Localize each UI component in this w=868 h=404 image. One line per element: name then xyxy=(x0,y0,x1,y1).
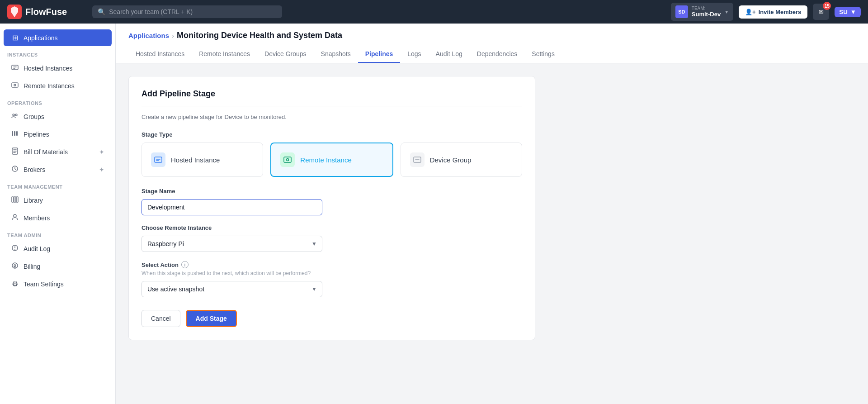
sidebar-item-members[interactable]: Members xyxy=(4,209,112,227)
notifications-button[interactable]: ✉ 15 xyxy=(813,4,829,20)
sidebar-item-audit-log[interactable]: Audit Log xyxy=(4,240,112,257)
search-icon: 🔍 xyxy=(98,8,105,15)
breadcrumb-separator: › xyxy=(172,32,174,39)
hosted-instances-icon xyxy=(11,64,19,73)
cancel-button[interactable]: Cancel xyxy=(142,310,180,327)
sidebar-item-bill-of-materials[interactable]: Bill Of Materials ✦ xyxy=(4,143,112,161)
action-select-wrap: Use active snapshot ▼ xyxy=(142,281,322,297)
brokers-sparkle-icon: ✦ xyxy=(99,166,104,173)
page-header: Applications › Monitoring Device Health … xyxy=(116,24,868,63)
sidebar-item-brokers[interactable]: Brokers ✦ xyxy=(4,161,112,178)
members-icon xyxy=(11,214,19,223)
remote-instances-icon xyxy=(11,81,19,90)
chevron-down-icon: ▼ xyxy=(724,10,729,14)
team-label: TEAM: xyxy=(692,6,721,11)
team-settings-icon: ⚙ xyxy=(11,280,19,288)
user-chevron-icon: ▼ xyxy=(850,9,856,15)
svg-rect-12 xyxy=(14,197,16,202)
svg-point-19 xyxy=(287,159,289,161)
audit-log-icon xyxy=(11,244,19,253)
svg-rect-11 xyxy=(12,197,14,202)
breadcrumb-parent[interactable]: Applications xyxy=(128,32,169,39)
svg-point-5 xyxy=(15,114,17,116)
svg-rect-18 xyxy=(284,157,291,162)
action-select[interactable]: Use active snapshot xyxy=(142,281,322,297)
svg-point-4 xyxy=(13,114,14,116)
tab-dependencies[interactable]: Dependencies xyxy=(470,46,525,63)
team-name: Sumit-Dev xyxy=(692,11,721,18)
select-action-info-icon[interactable]: i xyxy=(181,261,189,268)
stage-type-row: Hosted Instance Remote Instance xyxy=(142,143,522,177)
tab-remote-instances[interactable]: Remote Instances xyxy=(192,46,257,63)
choose-remote-group: Choose Remote Instance Raspberry Pi ▼ xyxy=(142,224,522,252)
svg-rect-2 xyxy=(12,83,18,87)
applications-icon: ⊞ xyxy=(11,33,19,42)
invite-members-button[interactable]: 👤+ Invite Members xyxy=(739,5,807,19)
logo[interactable]: FlowFuse xyxy=(7,5,67,19)
pipelines-icon xyxy=(11,130,19,139)
stage-name-input[interactable] xyxy=(142,199,322,215)
svg-rect-7 xyxy=(14,131,15,136)
remote-instance-label: Remote Instance xyxy=(300,156,351,164)
device-group-label: Device Group xyxy=(430,156,472,164)
tab-hosted-instances[interactable]: Hosted Instances xyxy=(128,46,192,63)
device-group-icon xyxy=(410,152,425,167)
add-stage-button[interactable]: Add Stage xyxy=(186,310,237,327)
stage-type-label: Stage Type xyxy=(142,131,522,138)
team-mgmt-section-label: TEAM MANAGEMENT xyxy=(0,179,115,191)
stage-name-label: Stage Name xyxy=(142,188,522,195)
add-pipeline-stage-panel: Add Pipeline Stage Create a new pipeline… xyxy=(128,76,535,340)
remote-instance-icon xyxy=(280,152,295,167)
stage-name-group: Stage Name xyxy=(142,188,522,215)
form-button-row: Cancel Add Stage xyxy=(142,310,522,327)
hosted-instance-icon xyxy=(151,152,165,167)
select-action-group: Select Action i When this stage is pushe… xyxy=(142,261,522,297)
tab-audit-log[interactable]: Audit Log xyxy=(429,46,470,63)
svg-rect-8 xyxy=(16,131,18,136)
choose-remote-label: Choose Remote Instance xyxy=(142,224,522,231)
logo-text: FlowFuse xyxy=(25,7,67,17)
operations-section-label: OPERATIONS xyxy=(0,95,115,108)
notification-badge: 15 xyxy=(823,2,831,10)
brokers-icon xyxy=(11,165,19,174)
hosted-instance-label: Hosted Instance xyxy=(171,156,220,164)
breadcrumb: Applications › Monitoring Device Health … xyxy=(128,31,855,40)
svg-rect-6 xyxy=(12,131,13,136)
stage-type-remote-instance[interactable]: Remote Instance xyxy=(270,143,393,177)
panel-title: Add Pipeline Stage xyxy=(142,89,522,106)
user-avatar-button[interactable]: SU ▼ xyxy=(835,7,861,17)
sidebar-item-pipelines[interactable]: Pipelines xyxy=(4,126,112,143)
sidebar-item-hosted-instances[interactable]: Hosted Instances xyxy=(4,60,112,77)
stage-type-device-group[interactable]: Device Group xyxy=(401,143,522,177)
tab-logs[interactable]: Logs xyxy=(400,46,428,63)
team-selector[interactable]: SD TEAM: Sumit-Dev ▼ xyxy=(671,3,733,21)
main-content: Applications › Monitoring Device Health … xyxy=(116,24,868,404)
remote-instance-select-wrap: Raspberry Pi ▼ xyxy=(142,236,322,252)
sidebar-item-groups[interactable]: Groups xyxy=(4,108,112,125)
sidebar-item-remote-instances[interactable]: Remote Instances xyxy=(4,77,112,95)
mail-icon: ✉ xyxy=(819,9,824,15)
invite-icon: 👤+ xyxy=(745,9,756,15)
stage-type-hosted-instance[interactable]: Hosted Instance xyxy=(142,143,263,177)
select-action-hint: When this stage is pushed to the next, w… xyxy=(142,270,322,276)
team-avatar: SD xyxy=(675,5,688,18)
groups-icon xyxy=(11,112,19,121)
panel-subtitle: Create a new pipeline stage for Device t… xyxy=(142,114,522,120)
sidebar-item-applications[interactable]: ⊞ Applications xyxy=(4,29,112,46)
search-bar[interactable]: 🔍 xyxy=(92,5,282,18)
svg-point-14 xyxy=(14,214,16,217)
tab-snapshots[interactable]: Snapshots xyxy=(314,46,358,63)
sidebar-item-team-settings[interactable]: ⚙ Team Settings xyxy=(4,276,112,292)
sidebar-item-billing[interactable]: Billing xyxy=(4,258,112,275)
remote-instance-select[interactable]: Raspberry Pi xyxy=(142,236,322,252)
svg-point-3 xyxy=(14,84,16,86)
billing-icon xyxy=(11,262,19,271)
topnav-right: SD TEAM: Sumit-Dev ▼ 👤+ Invite Members ✉… xyxy=(671,3,861,21)
breadcrumb-current: Monitoring Device Health and System Data xyxy=(177,31,342,40)
search-input[interactable] xyxy=(109,8,277,15)
tab-device-groups[interactable]: Device Groups xyxy=(257,46,314,63)
sidebar-item-library[interactable]: Library xyxy=(4,192,112,209)
tab-pipelines[interactable]: Pipelines xyxy=(358,46,400,63)
tab-settings[interactable]: Settings xyxy=(524,46,562,63)
stage-type-group: Stage Type Hosted Instance R xyxy=(142,131,522,177)
